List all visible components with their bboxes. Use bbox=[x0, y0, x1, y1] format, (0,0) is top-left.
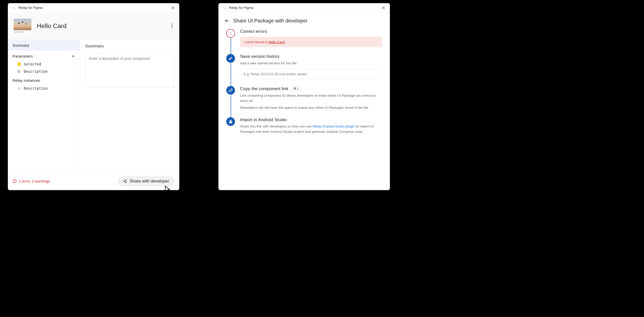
svg-point-0 bbox=[172, 24, 173, 25]
instance-item-description[interactable]: Description bbox=[8, 85, 80, 92]
svg-point-6 bbox=[126, 179, 127, 180]
step-subtitle: Link containing component ID allows deve… bbox=[240, 93, 382, 103]
android-step-icon bbox=[226, 117, 235, 126]
thumbnail-caption: Hello World bbox=[14, 30, 32, 33]
step-subtitle: Add a new named version for this file bbox=[240, 61, 382, 66]
footer: 1 error, 2 warnings Share with developer bbox=[8, 172, 179, 190]
page-header: Share UI Package with developer bbox=[218, 13, 390, 28]
app-title: Relay for Figma bbox=[18, 6, 43, 10]
content-heading: Summary bbox=[85, 44, 174, 49]
add-parameter-button[interactable] bbox=[71, 54, 75, 58]
tap-icon bbox=[17, 70, 21, 73]
sidebar-section-parameters: Parameters bbox=[8, 51, 80, 61]
link-step-icon bbox=[226, 86, 235, 95]
error-step-icon bbox=[226, 29, 235, 38]
error-banner: 1 error found in Hello Card bbox=[240, 37, 382, 47]
svg-point-2 bbox=[172, 27, 173, 28]
component-header: Hello World Hello Card bbox=[8, 13, 179, 39]
step-title: Correct errors bbox=[240, 29, 382, 34]
sidebar-section-relay-instances: Relay instances bbox=[8, 75, 80, 85]
share-package-window: Relay for Figma Share UI Package with de… bbox=[218, 3, 390, 190]
svg-point-9 bbox=[230, 121, 230, 121]
error-status[interactable]: 1 error, 2 warnings bbox=[13, 179, 50, 183]
error-link[interactable]: Hello Card bbox=[268, 40, 285, 44]
steps-list: Correct errors 1 error found in Hello Ca… bbox=[218, 28, 390, 148]
summary-textarea[interactable] bbox=[85, 53, 174, 87]
page-title: Share UI Package with developer bbox=[233, 18, 307, 24]
close-button[interactable] bbox=[381, 6, 385, 10]
app-title: Relay for Figma bbox=[229, 6, 253, 10]
relay-logo-icon bbox=[12, 6, 16, 10]
step-title: Import in Android Studio bbox=[240, 117, 382, 122]
component-title: Hello Card bbox=[37, 22, 66, 29]
keyboard-shortcut: ⌘ L bbox=[291, 86, 301, 91]
step-save-version: Save version history Add a new named ver… bbox=[226, 54, 382, 86]
sidebar: Summary Parameters ! Selected Descriptio… bbox=[8, 39, 80, 172]
step-correct-errors: Correct errors 1 error found in Hello Ca… bbox=[226, 29, 382, 54]
svg-point-1 bbox=[172, 25, 173, 26]
step-import-android: Import in Android Studio Share this link… bbox=[226, 117, 382, 142]
share-icon bbox=[123, 179, 127, 183]
more-options-button[interactable] bbox=[169, 22, 175, 30]
step-title: Save version history bbox=[240, 54, 382, 59]
parameter-item-description[interactable]: Description bbox=[8, 68, 80, 75]
diamond-icon bbox=[17, 87, 21, 90]
titlebar: Relay for Figma bbox=[218, 3, 390, 12]
share-with-developer-button[interactable]: Share with developer bbox=[118, 176, 175, 187]
titlebar: Relay for Figma bbox=[8, 3, 179, 12]
edit-step-icon bbox=[226, 54, 235, 63]
component-thumbnail: Hello World bbox=[13, 17, 33, 34]
svg-point-10 bbox=[231, 121, 231, 121]
back-button[interactable] bbox=[225, 18, 230, 23]
step-copy-link: Copy the component link ⌘ L Link contain… bbox=[226, 86, 382, 117]
svg-point-4 bbox=[14, 182, 15, 182]
parameter-item-selected[interactable]: ! Selected bbox=[8, 61, 80, 68]
step-title: Copy the component link ⌘ L bbox=[240, 86, 382, 91]
plugin-link[interactable]: Relay Android Studio plugin bbox=[313, 124, 355, 128]
close-button[interactable] bbox=[171, 6, 175, 10]
step-subtitle-2: Developers will still have the option to… bbox=[240, 105, 382, 110]
sidebar-item-summary[interactable]: Summary bbox=[8, 40, 80, 51]
step-subtitle: Share this link with developers so they … bbox=[240, 124, 382, 135]
svg-point-5 bbox=[123, 181, 125, 182]
warning-icon: ! bbox=[17, 62, 21, 66]
relay-logo-icon bbox=[223, 6, 227, 10]
relay-main-window: Relay for Figma Hello World Hello Card S… bbox=[8, 3, 179, 190]
svg-point-7 bbox=[126, 182, 127, 183]
content-area: Summary bbox=[80, 39, 179, 172]
version-name-input[interactable] bbox=[240, 69, 382, 79]
svg-point-8 bbox=[230, 34, 231, 35]
